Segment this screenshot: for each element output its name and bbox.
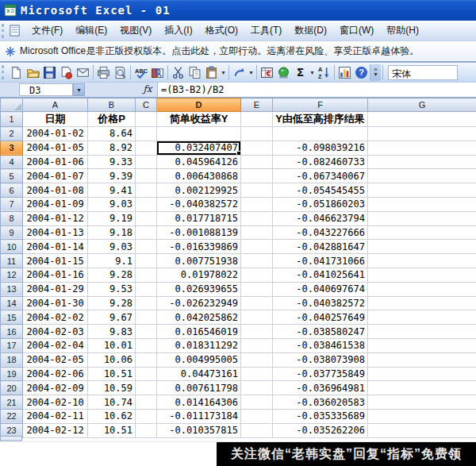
cell-F13[interactable]: -0.040697674: [273, 282, 368, 296]
cell-B19[interactable]: 10.51: [88, 367, 136, 381]
cell-B18[interactable]: 10.06: [88, 352, 136, 367]
cell-D5[interactable]: 0.006430868: [157, 169, 241, 183]
row-header-4[interactable]: 4: [1, 155, 23, 169]
cell-D1[interactable]: 简单收益率Y: [157, 112, 241, 127]
cell-D17[interactable]: 0.018311292: [157, 338, 241, 352]
cell-D3[interactable]: 0.032407407: [157, 141, 241, 155]
cell-G1[interactable]: [368, 112, 476, 127]
cell-G11[interactable]: [368, 254, 476, 268]
menu-grip[interactable]: [2, 24, 6, 38]
cell-G8[interactable]: [368, 211, 476, 225]
cell-D9[interactable]: -0.001088139: [157, 225, 241, 240]
cell-E16[interactable]: [241, 325, 273, 339]
cell-G13[interactable]: [368, 282, 476, 296]
cell-F6[interactable]: -0.054545455: [273, 183, 368, 198]
cell-G17[interactable]: [368, 338, 476, 352]
undo-icon[interactable]: [231, 64, 248, 81]
cell-C20[interactable]: [136, 381, 157, 395]
row-header-16[interactable]: 16: [1, 325, 23, 339]
cell-D19[interactable]: 0.04473161: [157, 367, 241, 381]
cell-D12[interactable]: 0.01978022: [157, 268, 241, 282]
cell-A12[interactable]: 2004-01-16: [23, 268, 88, 282]
cell-B4[interactable]: 9.33: [88, 155, 136, 169]
cell-D21[interactable]: 0.014164306: [157, 395, 241, 410]
undo-dropdown-icon[interactable]: ▾: [248, 69, 255, 76]
cell-E19[interactable]: [241, 367, 273, 381]
cell-B10[interactable]: 9.03: [88, 240, 136, 254]
cell-A15[interactable]: 2004-02-02: [23, 310, 88, 325]
autosum-icon[interactable]: Σ: [292, 64, 309, 81]
cell-E5[interactable]: [241, 169, 273, 183]
row-header-22[interactable]: 22: [1, 409, 23, 423]
cell-F22[interactable]: -0.035335689: [273, 409, 368, 423]
cell-E23[interactable]: [241, 423, 273, 437]
euro-conversion-icon[interactable]: €: [259, 64, 275, 81]
row-header-19[interactable]: 19: [1, 367, 23, 381]
cell-C2[interactable]: [136, 127, 157, 141]
menu-item[interactable]: 格式(O): [199, 21, 244, 40]
column-header-C[interactable]: C: [136, 98, 157, 112]
row-header-6[interactable]: 6: [1, 183, 23, 198]
cell-F4[interactable]: -0.082460733: [273, 155, 368, 169]
cell-B20[interactable]: 10.59: [88, 381, 136, 395]
cell-G21[interactable]: [368, 395, 476, 410]
cell-E21[interactable]: [241, 395, 273, 410]
cell-A10[interactable]: 2004-01-14: [23, 240, 88, 254]
cell-B7[interactable]: 9.03: [88, 197, 136, 211]
chart-wizard-icon[interactable]: [336, 64, 353, 81]
copy-icon[interactable]: [186, 64, 203, 81]
row-header-11[interactable]: 11: [1, 254, 23, 268]
cell-F5[interactable]: -0.067340067: [273, 169, 368, 183]
new-icon[interactable]: [8, 64, 25, 81]
toolbar-options-icon[interactable]: »▾: [370, 64, 381, 81]
row-header-20[interactable]: 20: [1, 381, 23, 395]
row-header-5[interactable]: 5: [1, 169, 23, 183]
hyperlink-globe-icon[interactable]: [275, 64, 292, 81]
cell-B11[interactable]: 9.1: [88, 254, 136, 268]
cell-D4[interactable]: 0.045964126: [157, 155, 241, 169]
cell-G16[interactable]: [368, 325, 476, 339]
print-preview-icon[interactable]: [112, 64, 129, 81]
cell-B2[interactable]: 8.64: [88, 127, 136, 141]
cell-A6[interactable]: 2004-01-08: [23, 183, 88, 198]
cell-E20[interactable]: [241, 381, 273, 395]
cell-B12[interactable]: 9.28: [88, 268, 136, 282]
row-header-12[interactable]: 12: [1, 268, 23, 282]
cell-C15[interactable]: [136, 310, 157, 325]
cell-F11[interactable]: -0.041731066: [273, 254, 368, 268]
cell-D15[interactable]: 0.042025862: [157, 310, 241, 325]
cell-A21[interactable]: 2004-02-10: [23, 395, 88, 410]
cell-A8[interactable]: 2004-01-12: [23, 211, 88, 225]
menu-item[interactable]: 文件(F): [25, 21, 69, 40]
cell-B21[interactable]: 10.74: [88, 395, 136, 410]
cell-C5[interactable]: [136, 169, 157, 183]
cell-A3[interactable]: 2004-01-05: [23, 141, 88, 155]
cell-B5[interactable]: 9.39: [88, 169, 136, 183]
row-header-7[interactable]: 7: [1, 197, 23, 211]
cell-B17[interactable]: 10.01: [88, 338, 136, 352]
cell-E10[interactable]: [241, 240, 273, 254]
cell-C13[interactable]: [136, 282, 157, 296]
cell-B23[interactable]: 10.51: [88, 423, 136, 437]
cell-A5[interactable]: 2004-01-07: [23, 169, 88, 183]
cell-F14[interactable]: -0.040382572: [273, 296, 368, 310]
print-icon[interactable]: [95, 64, 112, 81]
cell-E3[interactable]: [241, 141, 273, 155]
cell-A14[interactable]: 2004-01-30: [23, 296, 88, 310]
cell-G15[interactable]: [368, 310, 476, 325]
column-header-F[interactable]: F: [273, 98, 368, 112]
row-header-18[interactable]: 18: [1, 352, 23, 367]
cell-C19[interactable]: [136, 367, 157, 381]
cell-D13[interactable]: 0.026939655: [157, 282, 241, 296]
cell-C8[interactable]: [136, 211, 157, 225]
cell-E7[interactable]: [241, 197, 273, 211]
cell-G2[interactable]: [368, 127, 476, 141]
cell-C22[interactable]: [136, 409, 157, 423]
cell-C1[interactable]: [136, 112, 157, 127]
column-header-A[interactable]: A: [23, 98, 88, 112]
cell-A20[interactable]: 2004-02-09: [23, 381, 88, 395]
cell-F9[interactable]: -0.043227666: [273, 225, 368, 240]
cell-B6[interactable]: 9.41: [88, 183, 136, 198]
cell-B13[interactable]: 9.53: [88, 282, 136, 296]
cell-F3[interactable]: -0.098039216: [273, 141, 368, 155]
